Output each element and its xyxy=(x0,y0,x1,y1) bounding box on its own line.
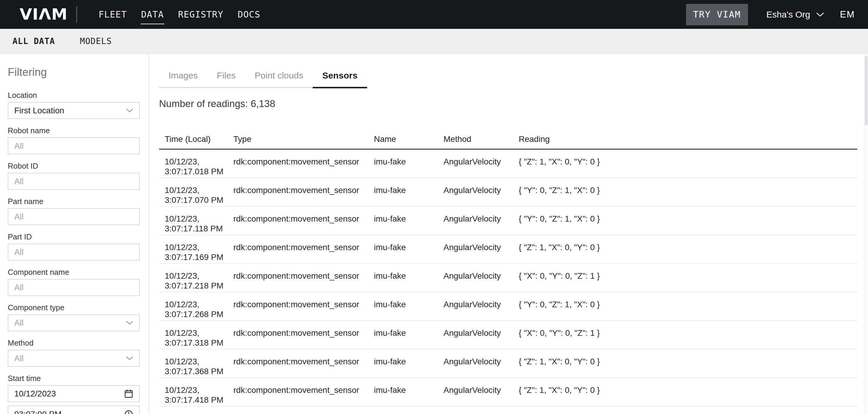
reading-cell: { "Y": 0, "Z": 1, "X": 0 } xyxy=(519,292,857,321)
reading-cell: { "Y": 0, "Z": 1, "X": 0 } xyxy=(519,178,857,206)
tab-sensors[interactable]: Sensors xyxy=(313,71,367,87)
filtering-title: Filtering xyxy=(8,66,140,78)
table-row[interactable]: 10/12/23,3:07:17.070 PM rdk:component:mo… xyxy=(159,178,857,206)
reading-cell: { "Z": 1, "X": 0, "Y": 0 } xyxy=(519,378,857,406)
method-cell: AngularVelocity xyxy=(443,206,519,235)
chevron-down-icon xyxy=(816,12,824,17)
method-cell: AngularVelocity xyxy=(443,378,519,406)
time-cell: 10/12/23,3:07:17.318 PM xyxy=(159,321,234,349)
column-header-time: Time (Local) xyxy=(159,126,234,149)
type-cell: rdk:component:movement_sensor xyxy=(234,206,374,235)
nav-right-group: TRY VIAM Esha's Org EM xyxy=(686,4,868,25)
method-cell: AngularVelocity xyxy=(443,178,519,206)
calendar-icon[interactable] xyxy=(124,389,133,398)
start-time-field: Start time 10/12/2023 03:07:00 PM xyxy=(8,375,140,414)
component-type-select[interactable]: All xyxy=(8,314,140,331)
type-cell: rdk:component:movement_sensor xyxy=(234,149,374,178)
component-name-input[interactable] xyxy=(8,279,140,296)
start-date-input[interactable]: 10/12/2023 xyxy=(8,385,140,402)
tab-files[interactable]: Files xyxy=(207,71,245,87)
nav-divider xyxy=(76,6,77,23)
org-switcher[interactable]: Esha's Org xyxy=(766,9,824,20)
data-type-tabs: Images Files Point clouds Sensors xyxy=(159,71,367,88)
table-row[interactable]: 10/12/23,3:07:17.218 PM rdk:component:mo… xyxy=(159,264,857,292)
try-viam-button[interactable]: TRY VIAM xyxy=(686,4,748,25)
tab-all-data[interactable]: ALL DATA xyxy=(12,36,55,46)
location-select-value: First Location xyxy=(14,106,126,115)
reading-cell: { "X": 0, "Y": 0, "Z": 1 } xyxy=(519,264,857,292)
part-name-label: Part name xyxy=(8,198,140,205)
table-row[interactable]: 10/12/23,3:07:17.268 PM rdk:component:mo… xyxy=(159,292,857,321)
tab-point-clouds[interactable]: Point clouds xyxy=(245,71,313,87)
table-row[interactable]: 10/12/23,3:07:17.418 PM rdk:component:mo… xyxy=(159,378,857,406)
method-cell: AngularVelocity xyxy=(443,235,519,264)
time-cell: 10/12/23,3:07:17.169 PM xyxy=(159,235,234,264)
robot-id-input[interactable] xyxy=(8,173,140,190)
nav-link-data[interactable]: DATA xyxy=(141,9,164,20)
viam-logo[interactable]: VIΛM xyxy=(20,5,67,23)
part-name-input[interactable] xyxy=(8,208,140,225)
table-row[interactable]: 10/12/23,3:07:17.018 PM rdk:component:mo… xyxy=(159,149,857,178)
table-row[interactable]: 10/12/23,3:07:17.169 PM rdk:component:mo… xyxy=(159,235,857,264)
table-row[interactable]: 10/12/23,3:07:17.118 PM rdk:component:mo… xyxy=(159,206,857,235)
nav-link-fleet[interactable]: FLEET xyxy=(98,9,127,20)
part-name-field: Part name xyxy=(8,198,140,225)
location-label: Location xyxy=(8,91,140,99)
avatar[interactable]: EM xyxy=(840,9,855,20)
start-time-input[interactable]: 03:07:00 PM xyxy=(8,406,140,414)
primary-nav-links: FLEET DATA REGISTRY DOCS xyxy=(98,9,260,20)
reading-cell: { "Z": 1, "X": 0, "Y": 0 } xyxy=(519,349,857,378)
type-cell: rdk:component:movement_sensor xyxy=(234,321,374,349)
tab-images[interactable]: Images xyxy=(159,71,207,87)
type-cell: rdk:component:movement_sensor xyxy=(234,264,374,292)
scrollbar-thumb[interactable] xyxy=(865,56,868,125)
top-nav: VIΛM FLEET DATA REGISTRY DOCS TRY VIAM E… xyxy=(0,0,868,29)
robot-name-input[interactable] xyxy=(8,138,140,154)
vertical-scrollbar[interactable] xyxy=(864,54,868,414)
org-name: Esha's Org xyxy=(766,9,810,20)
time-cell: 10/12/23,3:07:17.268 PM xyxy=(159,292,234,321)
name-cell: imu-fake xyxy=(374,235,443,264)
name-cell: imu-fake xyxy=(374,321,443,349)
chevron-down-icon xyxy=(126,321,133,325)
column-header-reading: Reading xyxy=(519,126,857,149)
method-select-value: All xyxy=(14,354,126,363)
component-type-label: Component type xyxy=(8,304,140,312)
chevron-down-icon xyxy=(126,356,133,360)
table-row[interactable]: 10/12/23,3:07:17.318 PM rdk:component:mo… xyxy=(159,321,857,349)
data-subnav: ALL DATA MODELS xyxy=(0,29,868,54)
method-cell: AngularVelocity xyxy=(443,321,519,349)
robot-id-field: Robot ID xyxy=(8,162,140,190)
type-cell: rdk:component:movement_sensor xyxy=(234,178,374,206)
tab-models[interactable]: MODELS xyxy=(80,36,112,46)
name-cell: imu-fake xyxy=(374,349,443,378)
chevron-down-icon xyxy=(126,109,133,113)
name-cell: imu-fake xyxy=(374,292,443,321)
type-cell: rdk:component:movement_sensor xyxy=(234,378,374,406)
part-id-input[interactable] xyxy=(8,244,140,261)
nav-link-docs[interactable]: DOCS xyxy=(238,9,260,20)
time-cell: 10/12/23,3:07:17.118 PM xyxy=(159,206,234,235)
table-row[interactable]: 10/12/23,3:07:17.368 PM rdk:component:mo… xyxy=(159,349,857,378)
readings-count: Number of readings: 6,138 xyxy=(159,99,868,109)
column-header-type: Type xyxy=(234,126,374,149)
method-cell: AngularVelocity xyxy=(443,264,519,292)
robot-name-label: Robot name xyxy=(8,127,140,135)
component-name-label: Component name xyxy=(8,268,140,276)
table-header-row: Time (Local) Type Name Method Reading xyxy=(159,126,857,149)
name-cell: imu-fake xyxy=(374,264,443,292)
start-time-value: 03:07:00 PM xyxy=(14,410,62,414)
method-select[interactable]: All xyxy=(8,350,140,367)
sensor-readings-table: Time (Local) Type Name Method Reading 10… xyxy=(159,126,857,407)
time-cell: 10/12/23,3:07:17.368 PM xyxy=(159,349,234,378)
nav-link-registry[interactable]: REGISTRY xyxy=(178,9,223,20)
part-id-field: Part ID xyxy=(8,233,140,261)
location-select[interactable]: First Location xyxy=(8,102,140,119)
column-header-method: Method xyxy=(443,126,519,149)
component-type-select-value: All xyxy=(14,318,126,328)
time-cell: 10/12/23,3:07:17.218 PM xyxy=(159,264,234,292)
time-cell: 10/12/23,3:07:17.018 PM xyxy=(159,149,234,178)
type-cell: rdk:component:movement_sensor xyxy=(234,235,374,264)
name-cell: imu-fake xyxy=(374,206,443,235)
clock-icon[interactable] xyxy=(124,410,133,414)
